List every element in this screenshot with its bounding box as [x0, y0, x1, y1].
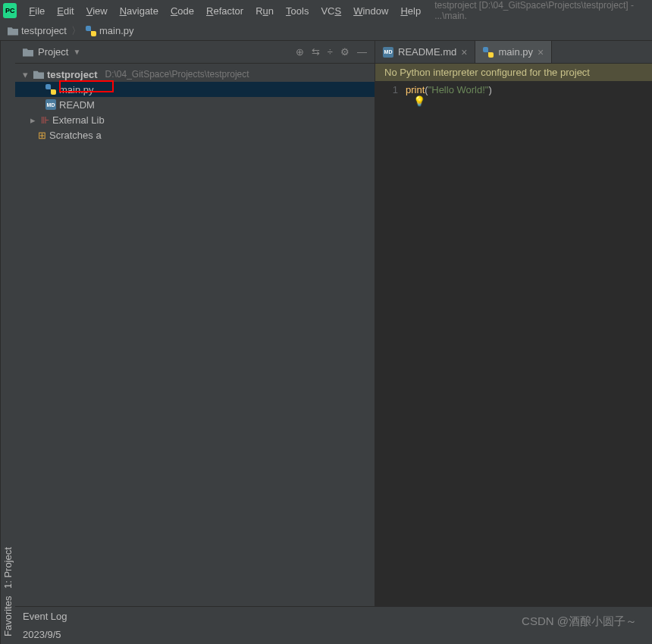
hide-icon[interactable]: —: [357, 46, 367, 58]
menu-vcs[interactable]: VCS: [315, 5, 347, 17]
menu-code[interactable]: Code: [165, 5, 200, 17]
menu-refactor[interactable]: Refactor: [200, 5, 249, 17]
menu-tools[interactable]: Tools: [280, 5, 315, 17]
project-panel: Project ▼ ⊕ ⇆ ÷ ⚙ — ▾ testproject D:\04_…: [15, 41, 375, 644]
tree-root[interactable]: ▾ testproject D:\04_GitSpace\Projects\te…: [15, 67, 375, 82]
menubar: PC File Edit View Navigate Code Refactor…: [0, 0, 652, 21]
folder-icon: [33, 70, 44, 79]
chevron-right-icon[interactable]: ▸: [30, 114, 38, 126]
python-file-icon: [483, 47, 494, 58]
project-panel-header: Project ▼ ⊕ ⇆ ÷ ⚙ —: [15, 41, 375, 64]
close-icon[interactable]: ×: [538, 46, 544, 58]
python-file-icon: [45, 84, 56, 95]
tree-file-readme[interactable]: MD READM: [15, 97, 375, 112]
project-tree: ▾ testproject D:\04_GitSpace\Projects\te…: [15, 64, 375, 644]
interpreter-warning[interactable]: No Python interpreter configured for the…: [375, 64, 652, 81]
sidebar-tab-favorites[interactable]: Favorites: [2, 596, 14, 636]
code-editor[interactable]: 1 print("Hello World!") 💡: [375, 81, 652, 644]
library-icon: ⊪: [41, 114, 49, 126]
markdown-file-icon: MD: [383, 47, 393, 58]
menu-run[interactable]: Run: [249, 5, 280, 17]
menu-help[interactable]: Help: [394, 5, 427, 17]
markdown-file-icon: MD: [45, 99, 56, 110]
chevron-down-icon[interactable]: ▾: [23, 69, 30, 80]
left-toolbar: Favorites 1: Project: [0, 41, 15, 644]
tab-main[interactable]: main.py ×: [475, 41, 552, 63]
menu-navigate[interactable]: Navigate: [114, 5, 165, 17]
dropdown-icon[interactable]: ▼: [73, 48, 80, 56]
tree-external-libs[interactable]: ▸ ⊪ External Lib: [15, 112, 375, 127]
breadcrumb-project[interactable]: testproject: [8, 25, 67, 36]
line-gutter: 1: [375, 84, 406, 644]
menu-edit[interactable]: Edit: [51, 5, 80, 17]
app-logo: PC: [3, 3, 17, 18]
editor-tabs: MD README.md × main.py ×: [375, 41, 652, 64]
scratches-icon: ⊞: [38, 130, 46, 141]
python-file-icon: [86, 26, 96, 36]
tab-readme[interactable]: MD README.md ×: [375, 41, 475, 63]
editor-panel: MD README.md × main.py × No Python inter…: [375, 41, 652, 644]
menu-view[interactable]: View: [80, 5, 114, 17]
project-panel-title: Project: [38, 46, 68, 58]
intention-bulb-icon[interactable]: 💡: [413, 95, 652, 107]
target-icon[interactable]: ⊕: [296, 46, 304, 58]
settings-icon[interactable]: ⚙: [340, 46, 350, 58]
watermark: CSDN @酒酿小圆子～: [522, 614, 637, 629]
highlight-main-py: [59, 80, 114, 92]
close-icon[interactable]: ×: [461, 46, 467, 58]
window-title: testproject [D:\04_GitSpace\Projects\tes…: [434, 0, 649, 21]
expand-icon[interactable]: ⇆: [312, 46, 320, 58]
menu-window[interactable]: Window: [347, 5, 394, 17]
folder-icon: [23, 48, 33, 57]
tree-scratches[interactable]: ⊞ Scratches a: [15, 127, 375, 142]
breadcrumb-file[interactable]: main.py: [86, 25, 134, 36]
breadcrumb: testproject 〉 main.py: [0, 21, 652, 41]
sidebar-tab-project[interactable]: 1: Project: [2, 547, 14, 589]
folder-icon: [8, 27, 18, 36]
collapse-icon[interactable]: ÷: [328, 46, 333, 58]
menu-file[interactable]: File: [23, 5, 51, 17]
